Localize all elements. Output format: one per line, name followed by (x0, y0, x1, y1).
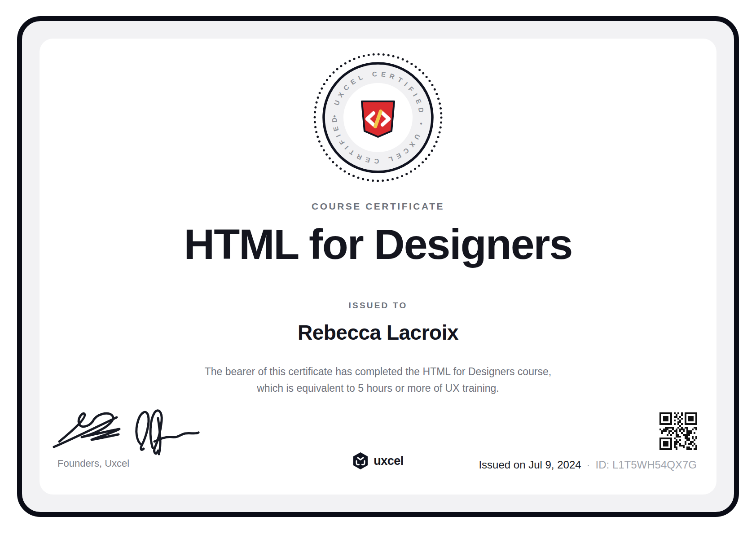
certificate-page: • UXCEL CERTIFIED • UXCEL CERTIFIED COUR… (0, 0, 756, 534)
uxcel-wordmark: uxcel (374, 454, 404, 468)
certificate-card: • UXCEL CERTIFIED • UXCEL CERTIFIED COUR… (40, 39, 716, 495)
signature-left (54, 413, 119, 447)
description-line-1: The bearer of this certificate has compl… (40, 363, 716, 380)
issued-to-label: ISSUED TO (40, 301, 716, 311)
separator-dot: · (587, 459, 590, 471)
code-shield-icon (362, 101, 394, 137)
certificate-id: ID: L1T5WH54QX7G (596, 459, 697, 471)
certificate-outer-frame: • UXCEL CERTIFIED • UXCEL CERTIFIED COUR… (17, 16, 739, 517)
qr-code (659, 412, 698, 451)
issue-info: Issued on Jul 9, 2024·ID: L1T5WH54QX7G (479, 459, 697, 471)
uxcel-cube-icon (352, 452, 369, 469)
recipient-name: Rebecca Lacroix (40, 320, 716, 345)
signature-right (136, 411, 198, 454)
issued-on-date: Issued on Jul 9, 2024 (479, 459, 581, 471)
uxcel-certified-seal: • UXCEL CERTIFIED • UXCEL CERTIFIED (311, 50, 445, 185)
course-certificate-label: COURSE CERTIFICATE (40, 201, 716, 212)
course-title: HTML for Designers (40, 217, 716, 271)
